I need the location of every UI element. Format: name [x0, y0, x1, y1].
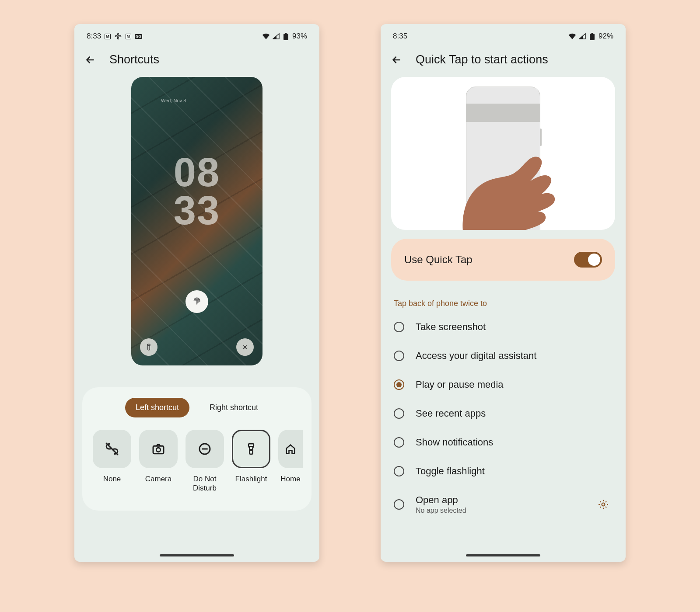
radio-label: Toggle flashlight [416, 466, 612, 477]
status-time: 8:35 [393, 32, 407, 41]
shortcut-home[interactable]: Home [277, 430, 304, 493]
shortcut-tile[interactable] [139, 430, 178, 468]
svg-point-6 [156, 448, 160, 452]
radio-sublabel: No app selected [416, 507, 583, 515]
radio-label: Play or pause media [416, 379, 612, 390]
back-button[interactable] [84, 54, 96, 66]
signal-icon [578, 33, 586, 39]
lock-shortcut-right [236, 338, 254, 356]
hand-icon [438, 134, 578, 230]
lock-time: 08 33 [131, 153, 262, 230]
open-app-settings-button[interactable] [594, 495, 612, 514]
fingerprint-icon [186, 290, 208, 313]
lockscreen-preview: Wed, Nov 8 08 33 [131, 77, 262, 365]
shortcut-tile[interactable] [186, 430, 224, 468]
camera-icon [151, 442, 165, 456]
section-label: Tap back of phone twice to [394, 299, 612, 308]
header: Shortcuts [74, 45, 319, 77]
shortcut-label: Camera [145, 474, 172, 483]
shortcut-label: Home [280, 474, 300, 483]
battery-icon [588, 33, 596, 39]
status-bar: 8:33 M M GS 93% [74, 24, 319, 45]
option-recent[interactable]: See recent apps [390, 399, 616, 428]
option-media[interactable]: Play or pause media [390, 370, 616, 399]
radio-label: See recent apps [416, 408, 612, 419]
nav-bar[interactable] [466, 554, 540, 556]
option-flashlight[interactable]: Toggle flashlight [390, 457, 616, 486]
nav-bar[interactable] [160, 554, 234, 556]
svg-rect-11 [590, 34, 595, 40]
radio-label: Access your digital assistant [416, 350, 612, 362]
shortcut-tile[interactable] [93, 430, 131, 468]
wifi-icon [262, 33, 270, 39]
radio-list: Take screenshot Access your digital assi… [381, 313, 626, 517]
svg-rect-1 [285, 33, 287, 34]
option-screenshot[interactable]: Take screenshot [390, 313, 616, 341]
radio-icon [394, 351, 404, 361]
svg-point-10 [251, 449, 252, 450]
link-off-icon [105, 442, 119, 456]
lock-date: Wed, Nov 8 [161, 98, 186, 103]
shortcut-label: Do Not Disturb [185, 474, 225, 493]
svg-rect-9 [248, 444, 254, 446]
wifi-icon [568, 33, 576, 39]
fan-icon [114, 33, 122, 39]
signal-icon [272, 33, 280, 39]
shortcut-label: None [103, 474, 121, 483]
phone-shortcuts: 8:33 M M GS 93% Shortcuts Wed, [74, 24, 319, 562]
status-bar: 8:35 92% [381, 24, 626, 45]
radio-label: Open app [416, 494, 583, 506]
status-battery-pct: 93% [292, 32, 307, 41]
quicktap-toggle-card: Use Quick Tap [391, 239, 615, 281]
radio-label: Take screenshot [416, 321, 612, 333]
radio-icon [394, 499, 404, 510]
tab-row: Left shortcut Right shortcut [90, 398, 304, 417]
svg-point-13 [602, 503, 605, 506]
page-title: Quick Tap to start actions [416, 53, 548, 66]
gs-icon: GS [135, 34, 142, 39]
shortcut-camera[interactable]: Camera [138, 430, 178, 493]
option-assistant[interactable]: Access your digital assistant [390, 341, 616, 370]
shortcut-picker: Left shortcut Right shortcut None Camera [82, 387, 312, 511]
status-time: 8:33 [87, 32, 101, 41]
shortcut-none[interactable]: None [92, 430, 132, 493]
flashlight-icon [245, 443, 257, 455]
radio-icon [394, 322, 404, 332]
shortcut-row[interactable]: None Camera Do Not Disturb Flashlight [90, 430, 304, 493]
shortcut-dnd[interactable]: Do Not Disturb [185, 430, 225, 493]
page-title: Shortcuts [109, 53, 159, 66]
phone-quicktap: 8:35 92% Quick Tap to start actions [381, 24, 626, 562]
tab-left-shortcut[interactable]: Left shortcut [125, 398, 189, 417]
svg-rect-3 [148, 346, 150, 350]
shortcut-label: Flashlight [235, 474, 267, 483]
svg-rect-0 [284, 34, 288, 40]
shortcut-tile[interactable] [278, 430, 303, 468]
lock-time-hours: 08 [131, 153, 262, 191]
radio-icon [394, 437, 404, 448]
back-button[interactable] [390, 54, 402, 66]
gear-icon [598, 499, 609, 510]
svg-rect-12 [592, 33, 593, 34]
gmail-icon: M [105, 34, 111, 39]
tab-right-shortcut[interactable]: Right shortcut [199, 398, 269, 417]
radio-icon [394, 408, 404, 419]
toggle-label: Use Quick Tap [404, 254, 472, 266]
gmail-icon-2: M [126, 34, 132, 39]
radio-label: Show notifications [416, 437, 612, 448]
status-battery-pct: 92% [598, 32, 613, 41]
option-notifications[interactable]: Show notifications [390, 428, 616, 457]
option-open-app[interactable]: Open app No app selected [390, 486, 616, 517]
lock-time-minutes: 33 [131, 191, 262, 230]
battery-icon [282, 33, 290, 39]
radio-icon [394, 466, 404, 476]
dnd-icon [198, 442, 212, 456]
lock-shortcut-left [140, 338, 158, 356]
quicktap-toggle[interactable] [574, 252, 602, 268]
shortcut-tile[interactable] [232, 430, 270, 468]
home-icon [284, 443, 297, 455]
radio-icon [394, 379, 404, 390]
quicktap-illustration [391, 77, 615, 230]
shortcut-flashlight[interactable]: Flashlight [231, 430, 271, 493]
header: Quick Tap to start actions [381, 45, 626, 77]
